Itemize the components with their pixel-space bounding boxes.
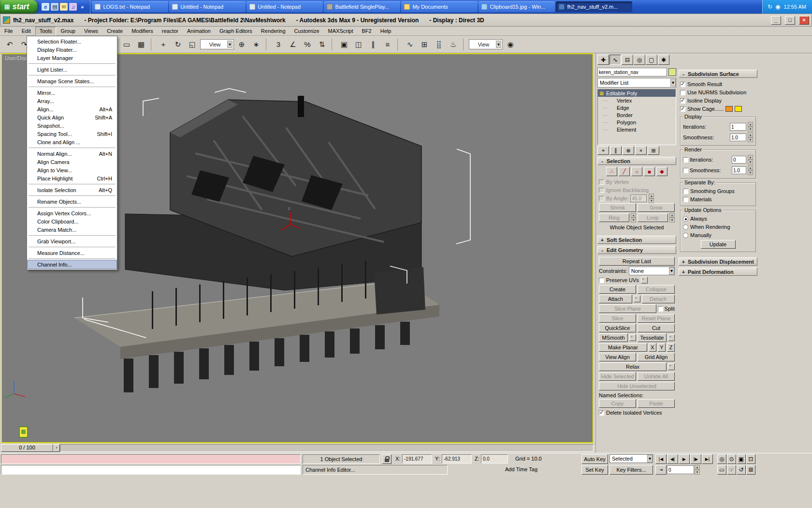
selection-rollout-header[interactable]: Selection — [597, 157, 676, 165]
tools-menu-item[interactable]: Spacing Tool... Shift+I — [28, 130, 116, 138]
undo-icon[interactable]: ↶ — [3, 38, 16, 51]
use-pivot-center-icon[interactable]: ⊕ — [235, 38, 248, 51]
playback-button[interactable]: ▶| — [702, 454, 713, 464]
menubar-item[interactable]: Views — [80, 27, 102, 35]
command-panel-tab[interactable]: ▢ — [646, 55, 657, 65]
render-setup-icon[interactable]: ♨ — [447, 38, 460, 51]
subobject-toggle[interactable]: ■ — [644, 167, 655, 176]
command-panel-tab[interactable]: ◎ — [634, 55, 645, 65]
mail-icon[interactable]: ✉ — [60, 3, 68, 11]
select-and-move-icon[interactable]: + — [157, 38, 170, 51]
tools-menu-item[interactable]: Isolate Selection Alt+Q — [28, 186, 116, 194]
media-player-icon[interactable]: ♫ — [69, 3, 77, 11]
loop-spinner[interactable] — [669, 213, 675, 223]
detach-button[interactable]: Detach — [642, 295, 675, 303]
render-smoothness-field[interactable] — [732, 166, 746, 174]
by-vertex-row[interactable]: By Vertex — [599, 178, 675, 186]
subobject-toggle[interactable]: ◆ — [656, 167, 667, 176]
shrink-button[interactable]: Shrink — [599, 203, 636, 212]
subobject-toggle[interactable]: ╱ — [619, 167, 630, 176]
view-dropdown[interactable]: View — [469, 39, 503, 49]
object-color-swatch[interactable] — [668, 68, 676, 76]
cut-button[interactable]: Cut — [638, 324, 675, 332]
planar-z-button[interactable]: Z — [667, 343, 675, 352]
viewport-nav-button[interactable]: ☞ — [727, 465, 736, 475]
subobject-toggle[interactable]: ∴ — [606, 167, 617, 176]
tools-menu-item[interactable]: Array... — [28, 97, 116, 105]
schematic-view-icon[interactable]: ⊞ — [418, 38, 431, 51]
relax-button[interactable]: Relax — [599, 362, 667, 371]
stack-tool-icon[interactable]: ⊗ — [623, 146, 634, 155]
display-smoothness-spinner[interactable] — [748, 133, 753, 142]
set-key-button[interactable]: Set Key — [581, 465, 608, 475]
x-coordinate-field[interactable] — [402, 454, 432, 463]
ignore-backfacing-checkbox[interactable] — [599, 188, 604, 193]
key-filters-button[interactable]: Key Filters... — [609, 465, 653, 475]
internet-explorer-icon[interactable]: e — [42, 3, 49, 11]
render-iterations-spinner[interactable] — [748, 155, 753, 164]
soft-selection-rollout-header[interactable]: Soft Selection — [597, 236, 676, 244]
always-radio[interactable] — [683, 216, 688, 222]
taskbar-button[interactable]: LOGS.txt - Notepad — [92, 1, 168, 12]
reset-plane-button[interactable]: Reset Plane — [638, 314, 675, 323]
ring-button[interactable]: Ring — [599, 213, 629, 222]
copy-named-selection-button[interactable]: Copy — [599, 399, 636, 408]
snaps-toggle-icon[interactable]: 3 — [272, 38, 285, 51]
lock-selection-button[interactable] — [382, 454, 392, 464]
taskbar-button[interactable]: Untitled - Notepad — [169, 1, 246, 12]
use-nurms-checkbox[interactable] — [680, 90, 685, 95]
spinner-snap-icon[interactable]: ⇅ — [315, 38, 329, 51]
viewport-nav-button[interactable]: ▣ — [737, 454, 746, 464]
menubar-item[interactable]: Tools — [35, 27, 57, 35]
maximize-button[interactable]: □ — [785, 16, 795, 25]
menubar-item[interactable]: Modifiers — [127, 27, 158, 35]
hide-unselected-button[interactable]: Hide Unselected — [599, 382, 675, 390]
z-coordinate-field[interactable] — [481, 454, 508, 463]
isoline-display-checkbox[interactable] — [680, 98, 685, 104]
grow-button[interactable]: Grow — [638, 203, 675, 212]
tools-menu-item[interactable]: Camera Match... — [28, 225, 116, 234]
tools-menu-item[interactable]: Channel Info... — [28, 260, 116, 269]
modifier-stack-item[interactable]: Edge — [598, 104, 676, 111]
smooth-result-row[interactable]: Smooth Result — [680, 80, 756, 88]
render-iterations-field[interactable] — [732, 156, 746, 164]
tessellate-options-button[interactable] — [668, 334, 675, 341]
taskbar-button[interactable]: fh2_nav_stuff_v2.m... — [556, 1, 632, 12]
attach-options-button[interactable] — [634, 296, 640, 302]
reference-coordinate-system-dropdown[interactable]: View — [200, 39, 234, 49]
y-coordinate-field[interactable] — [442, 454, 472, 463]
materials-row[interactable]: Materials — [683, 195, 753, 203]
quick-render-icon[interactable]: ◉ — [504, 38, 517, 51]
tools-menu-item[interactable]: Assign Vertex Colors... — [28, 209, 116, 217]
attach-button[interactable]: Attach — [599, 295, 632, 303]
render-smoothness-checkbox[interactable] — [683, 168, 688, 173]
hide-selected-button[interactable]: Hide Selected — [599, 372, 636, 381]
taskbar-button[interactable]: My Documents — [401, 1, 478, 12]
tools-menu-item[interactable]: Align Camera — [28, 158, 116, 166]
cage-selected-color-swatch[interactable] — [735, 106, 742, 112]
select-and-manipulate-icon[interactable]: ∗ — [249, 38, 263, 51]
stack-tool-icon[interactable]: ⌖ — [597, 146, 609, 155]
stack-tool-icon[interactable]: × — [635, 146, 647, 155]
by-angle-spinner[interactable] — [649, 194, 654, 203]
layer-manager-icon[interactable]: ≡ — [381, 38, 394, 51]
update-tray-icon[interactable]: ↻ — [768, 3, 772, 10]
menubar-item[interactable]: Rendering — [257, 27, 290, 35]
always-row[interactable]: Always — [683, 215, 753, 223]
cage-color-swatch[interactable] — [725, 106, 733, 112]
planar-x-button[interactable]: X — [649, 343, 656, 352]
stack-tool-icon[interactable]: ⊞ — [648, 146, 659, 155]
delete-isolated-vertices-checkbox[interactable] — [599, 410, 604, 416]
isoline-display-row[interactable]: Isoline Display — [680, 97, 756, 105]
object-name-field[interactable] — [597, 68, 667, 76]
make-planar-button[interactable]: Make Planar — [599, 343, 647, 352]
collapse-button[interactable]: Collapse — [638, 285, 675, 294]
when-rendering-row[interactable]: When Rendering — [683, 223, 753, 231]
tools-menu-item[interactable]: Color Clipboard... — [28, 217, 116, 225]
slice-plane-button[interactable]: Slice Plane — [599, 304, 656, 313]
constraints-dropdown[interactable]: None — [629, 267, 675, 275]
preserve-uvs-row[interactable]: Preserve UVs — [599, 276, 675, 284]
playback-button[interactable]: ▶ — [679, 454, 690, 464]
subobject-toggle[interactable]: ○ — [631, 167, 642, 176]
minimize-button[interactable]: _ — [771, 16, 781, 25]
